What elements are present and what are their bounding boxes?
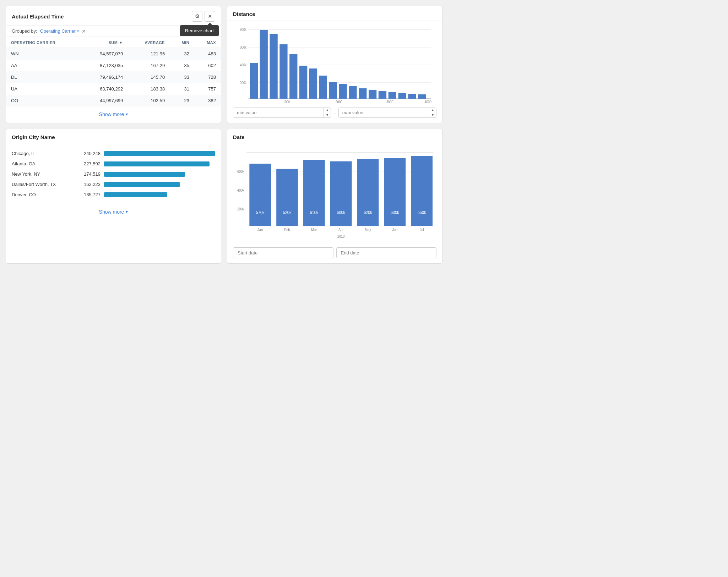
max-spinner-down[interactable]: ▼	[429, 113, 436, 118]
start-date-input[interactable]	[233, 247, 333, 258]
svg-text:620k: 620k	[364, 210, 372, 215]
table-row: WN 94,597,079 121.95 32 483	[6, 48, 221, 60]
distance-card: Distance 800k 600k 400k 200k	[227, 6, 442, 123]
card-actions-elapsed: ⚙ ✕ Remove chart	[192, 11, 215, 22]
grouped-by-value: Operating Carrier	[40, 28, 76, 34]
cell-carrier: DL	[6, 71, 82, 83]
distance-chart-container: 800k 600k 400k 200k	[227, 21, 442, 123]
card-header-date: Date	[227, 129, 442, 144]
cell-sum: 79,496,174	[82, 71, 128, 83]
svg-rect-26	[418, 94, 426, 99]
origin-city-title: Origin City Name	[12, 134, 55, 140]
cell-average: 121.95	[128, 48, 170, 60]
cell-min: 31	[170, 83, 194, 95]
dashboard: Actual Elapsed Time ⚙ ✕ Remove chart Gro…	[6, 6, 442, 264]
city-item: New York, NY 174,519	[12, 169, 215, 179]
svg-text:Jun: Jun	[392, 228, 397, 232]
city-name: Chicago, IL	[12, 151, 74, 156]
date-chart-container: 600k 400k 200k 570k 520k 610k 600k 620k …	[227, 144, 442, 242]
show-more-city-button[interactable]: Show more ▾	[99, 209, 128, 215]
svg-rect-14	[299, 66, 307, 99]
city-item: Chicago, IL 240,248	[12, 148, 215, 159]
svg-text:1000: 1000	[283, 100, 290, 104]
grouped-by-remove-button[interactable]: ✕	[82, 29, 86, 34]
city-name: Denver, CO	[12, 192, 74, 197]
date-chart-svg: 600k 400k 200k 570k 520k 610k 600k 620k …	[233, 149, 436, 241]
max-value-wrap: ▲ ▼	[338, 108, 436, 118]
city-value: 227,592	[77, 161, 100, 166]
cell-min: 35	[170, 60, 194, 71]
end-date-input[interactable]	[336, 247, 437, 258]
date-title: Date	[233, 134, 245, 140]
city-name: New York, NY	[12, 171, 74, 177]
cell-min: 23	[170, 95, 194, 106]
table-row: UA 63,740,292 183.38 31 757	[6, 83, 221, 95]
svg-rect-17	[329, 82, 337, 99]
city-value: 240,248	[77, 151, 100, 156]
min-spinner-up[interactable]: ▲	[324, 108, 331, 113]
svg-rect-40	[276, 169, 298, 226]
city-bar-wrap	[104, 161, 215, 166]
grouped-by-tag[interactable]: Operating Carrier ▾	[40, 28, 79, 34]
cell-min: 32	[170, 48, 194, 60]
svg-text:800k: 800k	[240, 27, 246, 32]
city-value: 135,727	[77, 192, 100, 197]
city-name: Dallas/Fort Worth, TX	[12, 182, 74, 187]
show-more-elapsed-label: Show more	[99, 111, 124, 117]
cell-carrier: UA	[6, 83, 82, 95]
svg-text:Jul: Jul	[420, 228, 424, 232]
city-item: Dallas/Fort Worth, TX 162,223	[12, 179, 215, 189]
settings-button[interactable]: ⚙	[192, 11, 202, 22]
city-bar-wrap	[104, 182, 215, 187]
table-row: DL 79,496,174 145.70 33 728	[6, 71, 221, 83]
city-bar-wrap	[104, 151, 215, 156]
show-more-elapsed-button[interactable]: Show more ▾	[99, 111, 128, 117]
histogram-svg: 800k 600k 400k 200k	[233, 26, 436, 104]
distance-title: Distance	[233, 11, 255, 17]
cell-average: 145.70	[128, 71, 170, 83]
min-spinner-down[interactable]: ▼	[324, 113, 331, 118]
col-header-carrier: OPERATING CARRIER	[6, 37, 82, 48]
svg-rect-11	[270, 34, 277, 99]
svg-text:May: May	[365, 228, 371, 232]
svg-rect-43	[357, 159, 379, 226]
svg-text:650k: 650k	[418, 210, 426, 215]
cell-sum: 44,997,699	[82, 95, 128, 106]
min-value-input[interactable]	[233, 108, 324, 117]
svg-rect-19	[349, 86, 357, 99]
close-icon: ✕	[208, 13, 212, 20]
col-header-max: MAX	[194, 37, 221, 48]
svg-rect-24	[398, 93, 406, 99]
cell-carrier: OO	[6, 95, 82, 106]
svg-rect-41	[303, 160, 325, 226]
col-header-min: MIN	[170, 37, 194, 48]
svg-text:Mar: Mar	[311, 228, 317, 232]
svg-rect-13	[289, 54, 297, 99]
city-bar	[104, 161, 210, 166]
close-chart-button[interactable]: ✕	[205, 11, 215, 22]
max-value-input[interactable]	[339, 108, 429, 117]
col-header-sum[interactable]: SUM ▼	[82, 37, 128, 48]
svg-rect-25	[408, 94, 416, 99]
cell-average: 102.59	[128, 95, 170, 106]
svg-text:2000: 2000	[336, 100, 343, 104]
svg-text:400k: 400k	[237, 188, 244, 193]
cell-max: 602	[194, 60, 221, 71]
svg-rect-20	[359, 88, 366, 99]
svg-rect-18	[339, 84, 347, 99]
cell-sum: 94,597,079	[82, 48, 128, 60]
city-bar	[104, 182, 180, 187]
cell-max: 483	[194, 48, 221, 60]
svg-text:600k: 600k	[237, 170, 244, 174]
svg-rect-22	[379, 91, 386, 99]
elapsed-time-title: Actual Elapsed Time	[12, 13, 64, 20]
svg-rect-9	[250, 63, 258, 99]
svg-rect-44	[384, 158, 406, 226]
grouped-by-label: Grouped by:	[12, 28, 37, 34]
show-more-city-chevron-icon: ▾	[126, 209, 128, 214]
max-spinner-up[interactable]: ▲	[429, 108, 436, 113]
svg-text:570k: 570k	[256, 210, 265, 215]
city-bar-wrap	[104, 192, 215, 197]
table-row: OO 44,997,699 102.59 23 382	[6, 95, 221, 106]
svg-text:600k: 600k	[240, 45, 246, 49]
